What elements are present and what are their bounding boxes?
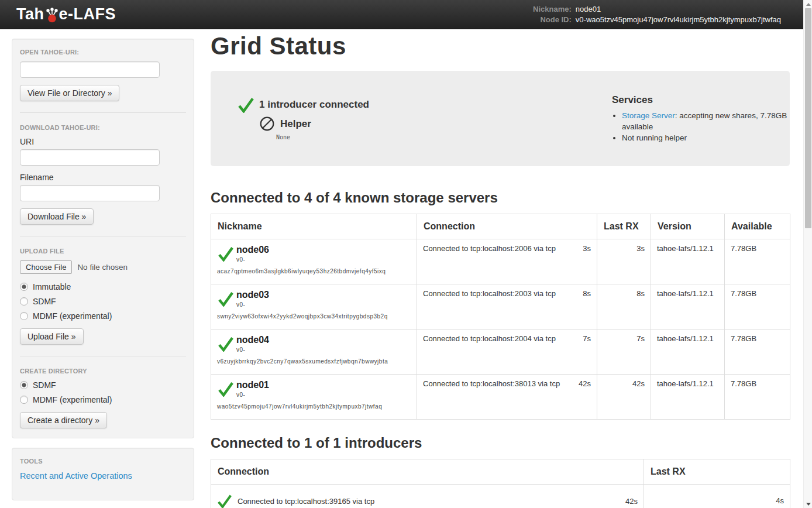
radio-mkdir-sdmf[interactable] — [20, 381, 28, 389]
create-directory-button[interactable]: Create a directory » — [20, 412, 107, 428]
radio-upload-sdmf[interactable] — [20, 297, 28, 306]
radio-immutable[interactable] — [20, 283, 28, 291]
helper-value: None — [276, 134, 369, 140]
open-uri-label: OPEN TAHOE-URI: — [20, 49, 186, 56]
open-uri-section: OPEN TAHOE-URI: View File or Directory » — [20, 49, 186, 101]
radio-upload-mdmf[interactable] — [20, 312, 28, 320]
server-nickname: node04 — [236, 334, 411, 346]
service-storage-item: Storage Server: accepting new shares, 7.… — [622, 110, 787, 132]
server-id: v6zuyjkbrrkqy2bvc2cny7qwax5sxumedsxfzfjw… — [217, 358, 411, 365]
logo-text-pre: Tah — [16, 5, 44, 23]
check-icon — [218, 246, 234, 262]
scroll-up-arrow-icon[interactable] — [806, 3, 811, 6]
check-icon — [238, 97, 254, 113]
no-file-chosen-text: No file chosen — [77, 263, 128, 272]
server-id: swny2viyw63ofxwi4x2yykd2woqjbpx3cw34xtri… — [217, 313, 411, 320]
upload-file-section: UPLOAD FILE Choose File No file chosen I… — [20, 248, 186, 345]
tahoe-lafs-logo[interactable]: Tah e-LAFS — [16, 5, 116, 23]
connection-text: Connected to tcp:localhost:2004 via tcp — [423, 334, 578, 343]
helper-status-row: Helper — [259, 116, 369, 132]
introducer-status-row: 1 introducer connected — [238, 97, 369, 113]
view-file-button[interactable]: View File or Directory » — [20, 85, 119, 101]
available-value: 7.78GB — [725, 239, 790, 284]
filename-field-label: Filename — [20, 173, 186, 182]
scroll-down-arrow-icon[interactable] — [806, 503, 811, 506]
radio-mkdir-mdmf-label: MDMF (experimental) — [33, 395, 112, 404]
upload-file-button[interactable]: Upload File » — [20, 328, 84, 345]
helper-status-title: Helper — [280, 118, 311, 130]
node-id-label: Node ID: — [533, 15, 572, 25]
introducer-status-text: 1 introducer connected — [259, 99, 369, 111]
main-content: Grid Status 1 introducer connected Helpe… — [211, 32, 790, 508]
server-nickname: node03 — [236, 289, 411, 301]
check-icon — [218, 381, 234, 397]
server-id-prefix: v0- — [236, 256, 411, 263]
last-rx-value: 4s — [644, 485, 790, 508]
upload-format-sdmf: SDMF — [20, 297, 186, 306]
introducers-heading: Connected to 1 of 1 introducers — [211, 435, 790, 451]
last-rx-value: 42s — [597, 375, 651, 420]
connection-status: 1 introducer connected Helper None — [238, 97, 369, 140]
uri-field-label: URI — [20, 137, 186, 146]
logo-text-post: e-LAFS — [59, 5, 116, 23]
connection-age: 42s — [579, 379, 591, 388]
check-icon — [217, 493, 232, 508]
upload-format-mdmf: MDMF (experimental) — [20, 311, 186, 321]
connection-text: Connected to tcp:localhost:38013 via tcp — [423, 379, 574, 388]
nickname-label: Nickname: — [533, 4, 572, 14]
connection-age: 42s — [625, 497, 638, 506]
download-uri-label: DOWNLOAD TAHOE-URI: — [20, 124, 186, 131]
storage-row-node04: node04 v0- v6zuyjkbrrkqy2bvc2cny7qwax5sx… — [211, 329, 790, 375]
scrollbar-thumb[interactable] — [805, 8, 811, 228]
tahoe-node-icon — [45, 8, 59, 23]
storage-server-link[interactable]: Storage Server — [622, 111, 675, 120]
radio-mkdir-sdmf-label: SDMF — [33, 380, 56, 390]
available-value: 7.78GB — [725, 375, 790, 420]
sidebar: OPEN TAHOE-URI: View File or Directory »… — [12, 39, 194, 500]
download-file-button[interactable]: Download File » — [20, 208, 94, 225]
connection-age: 7s — [583, 334, 591, 343]
sidebar-forms-panel: OPEN TAHOE-URI: View File or Directory »… — [12, 39, 194, 438]
create-directory-section: CREATE DIRECTORY SDMF MDMF (experimental… — [20, 368, 186, 428]
connection-age: 8s — [583, 289, 591, 298]
available-value: 7.78GB — [725, 329, 790, 375]
radio-mkdir-mdmf[interactable] — [20, 396, 28, 404]
storage-row-node06: node06 v0- acaz7qptmeo6m3asjlgkb6iwlyuqe… — [211, 239, 790, 284]
storage-row-node03: node03 v0- swny2viyw63ofxwi4x2yykd2woqjb… — [211, 284, 790, 329]
check-icon — [218, 291, 234, 307]
open-uri-input[interactable] — [20, 61, 160, 78]
services-title: Services — [612, 94, 787, 106]
mkdir-format-mdmf: MDMF (experimental) — [20, 395, 186, 404]
col-available: Available — [725, 214, 790, 239]
recent-operations-link[interactable]: Recent and Active Operations — [20, 471, 132, 480]
radio-upload-sdmf-label: SDMF — [33, 297, 56, 306]
services-section: Services Storage Server: accepting new s… — [612, 94, 787, 143]
col-last-rx: Last RX — [644, 459, 790, 485]
introducer-row: Connected to tcp:localhost:39165 via tcp… — [211, 485, 790, 508]
mkdir-format-sdmf: SDMF — [20, 380, 186, 390]
server-id: wao5tzv45pmoju47jow7rvl4ukirjm5ytbh2kjty… — [217, 403, 411, 410]
connection-text: Connected to tcp:localhost:39165 via tcp — [238, 497, 625, 506]
top-navbar: Tah e-LAFS Nickname: node01 Node ID: v0-… — [0, 0, 803, 29]
connection-text: Connected to tcp:localhost:2003 via tcp — [423, 289, 578, 298]
version-value: tahoe-lafs/1.12.1 — [651, 239, 725, 284]
upload-file-label: UPLOAD FILE — [20, 248, 186, 255]
no-helper-icon — [259, 116, 275, 132]
grid-status-panel: 1 introducer connected Helper None Servi… — [211, 71, 790, 166]
available-value: 7.78GB — [725, 284, 790, 329]
server-nickname: node06 — [236, 244, 411, 256]
divider — [20, 236, 186, 236]
server-id: acaz7qptmeo6m3asjlgkb6iwlyuqey53hz26tbdm… — [217, 267, 411, 275]
col-version: Version — [651, 214, 725, 239]
nickname-value: node01 — [576, 4, 781, 14]
storage-table-header-row: Nickname Connection Last RX Version Avai… — [211, 214, 790, 239]
vertical-scrollbar[interactable] — [803, 0, 812, 508]
choose-file-button[interactable]: Choose File — [20, 260, 72, 274]
download-filename-input[interactable] — [20, 185, 160, 201]
node-info: Nickname: node01 Node ID: v0-wao5tzv45pm… — [533, 4, 781, 25]
storage-row-node01: node01 v0- wao5tzv45pmoju47jow7rvl4ukirj… — [211, 375, 790, 420]
download-uri-input[interactable] — [20, 149, 160, 166]
radio-upload-mdmf-label: MDMF (experimental) — [33, 311, 112, 321]
last-rx-value: 7s — [597, 329, 651, 375]
node-id-value: v0-wao5tzv45pmoju47jow7rvl4ukirjm5ytbh2k… — [576, 15, 781, 25]
